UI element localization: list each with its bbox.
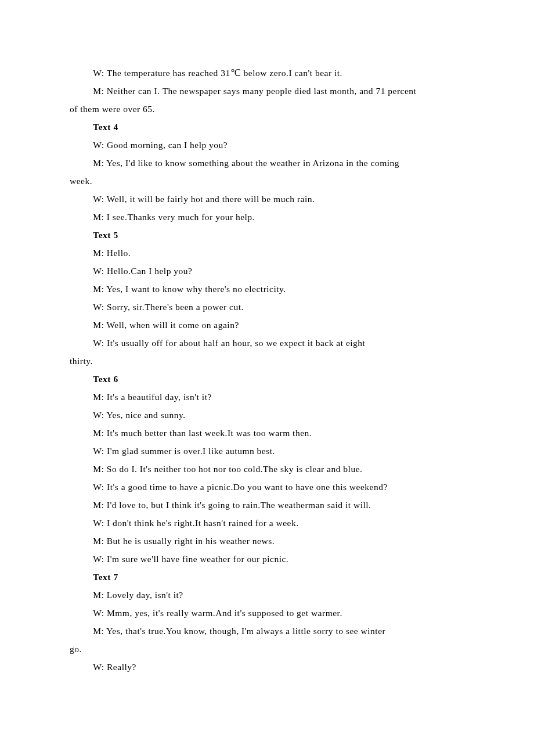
- section-heading: Text 6: [70, 370, 464, 388]
- dialogue-line: W: The temperature has reached 31℃ below…: [70, 64, 464, 82]
- dialogue-line: M: I see.Thanks very much for your help.: [70, 208, 464, 226]
- dialogue-line: M: I'd love to, but I think it's going t…: [70, 496, 464, 514]
- dialogue-line: W: I'm glad summer is over.I like autumn…: [70, 442, 464, 460]
- dialogue-line: thirty.: [70, 352, 464, 370]
- dialogue-line: W: Really?: [70, 658, 464, 676]
- dialogue-line: week.: [70, 172, 464, 190]
- section-heading: Text 5: [70, 226, 464, 244]
- dialogue-line: W: Hello.Can I help you?: [70, 262, 464, 280]
- dialogue-line: M: Yes, that's true.You know, though, I'…: [70, 622, 464, 640]
- dialogue-line: M: Yes, I'd like to know something about…: [70, 154, 464, 172]
- dialogue-line: W: Sorry, sir.There's been a power cut.: [70, 298, 464, 316]
- dialogue-line: W: Yes, nice and sunny.: [70, 406, 464, 424]
- dialogue-line: W: I'm sure we'll have fine weather for …: [70, 550, 464, 568]
- dialogue-line: M: Neither can I. The newspaper says man…: [70, 82, 464, 100]
- dialogue-line: W: Good morning, can I help you?: [70, 136, 464, 154]
- dialogue-line: M: So do I. It's neither too hot nor too…: [70, 460, 464, 478]
- dialogue-line: M: Yes, I want to know why there's no el…: [70, 280, 464, 298]
- dialogue-line: W: Mmm, yes, it's really warm.And it's s…: [70, 604, 464, 622]
- dialogue-line: W: Well, it will be fairly hot and there…: [70, 190, 464, 208]
- dialogue-line: W: It's usually off for about half an ho…: [70, 334, 464, 352]
- section-heading: Text 4: [70, 118, 464, 136]
- dialogue-line: M: It's much better than last week.It wa…: [70, 424, 464, 442]
- document-page: W: The temperature has reached 31℃ below…: [0, 0, 534, 722]
- dialogue-line: of them were over 65.: [70, 100, 464, 118]
- dialogue-line: M: Lovely day, isn't it?: [70, 586, 464, 604]
- dialogue-line: W: I don't think he's right.It hasn't ra…: [70, 514, 464, 532]
- dialogue-line: W: It's a good time to have a picnic.Do …: [70, 478, 464, 496]
- dialogue-line: go.: [70, 640, 464, 658]
- section-heading: Text 7: [70, 568, 464, 586]
- dialogue-line: M: It's a beautiful day, isn't it?: [70, 388, 464, 406]
- dialogue-line: M: Hello.: [70, 244, 464, 262]
- dialogue-line: M: Well, when will it come on again?: [70, 316, 464, 334]
- dialogue-line: M: But he is usually right in his weathe…: [70, 532, 464, 550]
